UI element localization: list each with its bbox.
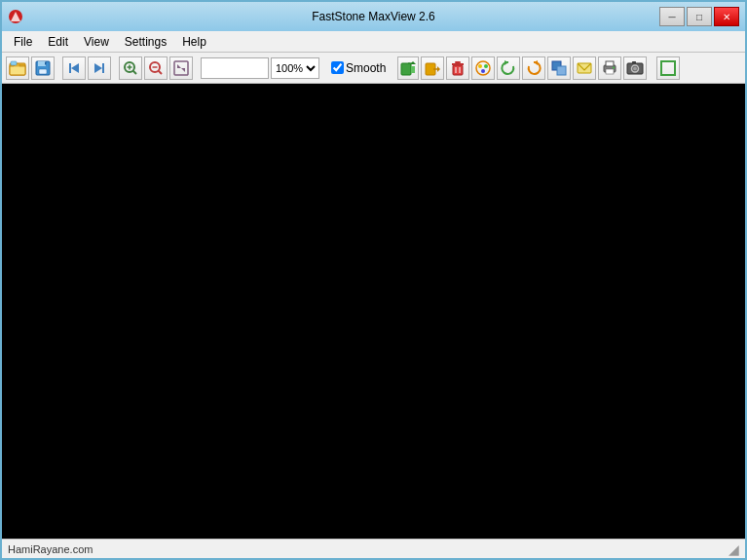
rotate-left-button[interactable] — [497, 56, 520, 80]
window-controls: ─ □ ✕ — [659, 7, 739, 26]
svg-point-39 — [481, 69, 485, 73]
svg-rect-8 — [39, 69, 47, 74]
print-button[interactable] — [598, 56, 621, 80]
title-bar: FastStone MaxView 2.6 ─ □ ✕ — [2, 2, 745, 31]
title-bar-left — [8, 9, 23, 24]
fit-button[interactable] — [169, 56, 193, 80]
svg-marker-12 — [94, 63, 102, 73]
email-button[interactable] — [573, 56, 596, 80]
status-bar: HamiRayane.com ◢ — [2, 539, 745, 558]
main-window: FastStone MaxView 2.6 ─ □ ✕ File Edit Vi… — [0, 0, 747, 560]
svg-point-51 — [633, 66, 637, 70]
open-button[interactable] — [6, 56, 29, 80]
svg-point-37 — [478, 64, 482, 68]
svg-rect-53 — [661, 61, 675, 75]
menu-edit[interactable]: Edit — [40, 33, 76, 51]
svg-rect-3 — [10, 65, 25, 75]
maximize-button[interactable]: □ — [687, 7, 712, 26]
menu-help[interactable]: Help — [174, 33, 214, 51]
adjust-button[interactable] — [471, 56, 495, 80]
svg-rect-32 — [452, 63, 464, 65]
svg-rect-47 — [606, 69, 614, 74]
app-icon — [8, 9, 23, 24]
back-button[interactable] — [62, 56, 86, 80]
svg-rect-5 — [11, 61, 17, 65]
status-text: HamiRayane.com — [8, 543, 728, 555]
smooth-checkbox[interactable] — [331, 61, 344, 74]
image-canvas — [2, 84, 745, 539]
toolbar: 100% 50% 200% Fit Smooth — [2, 53, 745, 84]
zoom-in-button[interactable] — [119, 56, 142, 80]
zoom-input[interactable] — [201, 57, 269, 79]
forward-button[interactable] — [88, 56, 111, 80]
window-title: FastStone MaxView 2.6 — [312, 10, 435, 23]
svg-rect-9 — [45, 61, 47, 64]
move-to-button[interactable] — [421, 56, 444, 80]
delete-button[interactable] — [446, 56, 469, 80]
svg-line-20 — [159, 70, 163, 74]
svg-marker-22 — [177, 64, 181, 68]
rotate-right-button[interactable] — [522, 56, 545, 80]
zoom-select[interactable]: 100% 50% 200% Fit — [271, 57, 319, 79]
resize-grip-icon: ◢ — [728, 541, 739, 557]
svg-line-17 — [133, 70, 137, 74]
svg-rect-46 — [606, 61, 614, 66]
svg-marker-10 — [71, 63, 79, 73]
zoom-out-button[interactable] — [144, 56, 168, 80]
close-button[interactable]: ✕ — [714, 7, 739, 26]
menu-view[interactable]: View — [76, 33, 117, 51]
menu-settings[interactable]: Settings — [117, 33, 174, 51]
svg-marker-23 — [181, 68, 185, 72]
save-button[interactable] — [31, 56, 55, 80]
menu-file[interactable]: File — [6, 33, 40, 51]
fullscreen-button[interactable] — [656, 56, 680, 80]
svg-rect-43 — [557, 66, 566, 75]
svg-rect-7 — [38, 61, 46, 66]
wallpaper-button[interactable] — [623, 56, 647, 80]
menu-bar: File Edit View Settings Help — [2, 31, 745, 53]
svg-point-48 — [613, 66, 615, 68]
smooth-label: Smooth — [327, 61, 390, 75]
svg-rect-52 — [632, 61, 636, 64]
resize-button[interactable] — [547, 56, 571, 80]
svg-marker-25 — [411, 66, 415, 73]
svg-rect-24 — [401, 63, 411, 75]
svg-point-38 — [484, 64, 488, 68]
svg-rect-33 — [455, 61, 461, 63]
copy-to-button[interactable] — [397, 56, 419, 80]
minimize-button[interactable]: ─ — [659, 7, 685, 26]
svg-rect-31 — [453, 65, 463, 75]
